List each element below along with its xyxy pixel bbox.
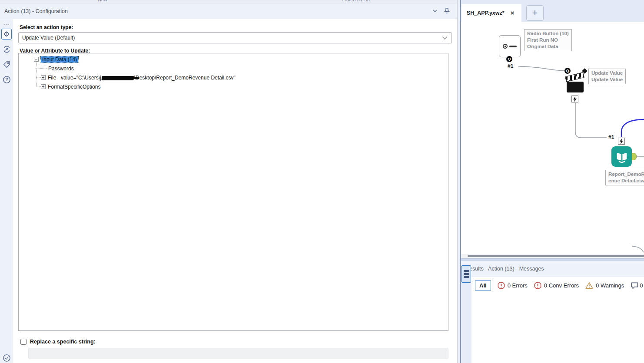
configuration-panel-header: Action (13) - Configuration [0, 3, 457, 19]
radio-circle-icon [503, 44, 508, 49]
results-panel-title: Results - Action (13) - Messages [465, 261, 544, 277]
tag-icon [3, 60, 11, 69]
action-type-dropdown[interactable]: Update Value (Default) [18, 32, 452, 43]
tree-item-label[interactable]: FormatSpecificOptions [48, 84, 100, 90]
message-bubble-icon [631, 282, 639, 289]
tree-item-label[interactable]: Passwords [48, 66, 74, 72]
action-type-label: Select an action type: [20, 24, 73, 30]
action-tool-annotation[interactable]: Update Value Update Value [588, 69, 626, 84]
scrollbar-thumb[interactable] [468, 255, 644, 257]
check-circle-icon [3, 354, 11, 362]
expand-icon[interactable]: + [41, 75, 46, 80]
circular-arrow-icon [3, 45, 11, 53]
error-octagon-icon [498, 282, 505, 289]
tab-title: SH_APP.yxwz* [467, 10, 505, 16]
clapperboard-base-icon [567, 82, 584, 92]
results-panel: Results - Action (13) - Messages ····· A… [461, 261, 644, 363]
wire-action-output [575, 103, 607, 138]
annotation-line: Original Data [527, 43, 569, 50]
radio-button-tool[interactable] [499, 35, 521, 57]
open-book-icon [614, 149, 629, 164]
configuration-panel-body: Select an action type: Update Value (Def… [13, 19, 457, 363]
tree-row-passwords[interactable]: Passwords [48, 65, 74, 72]
output-anchor-icon[interactable] [632, 153, 637, 160]
filter-warnings-button[interactable]: 0 Warnings [585, 282, 624, 289]
tree-row-file-value[interactable]: + File - value="C:\Users\j\Desktop\Repor… [41, 74, 236, 81]
list-icon [464, 270, 469, 272]
toolbar-fragment-new: New [98, 0, 107, 2]
annotation-line: Update Value [591, 76, 623, 83]
close-icon[interactable]: × [511, 10, 515, 16]
list-icon [464, 276, 469, 278]
tree-item-label[interactable]: File - value="C:\Users\j [48, 75, 101, 81]
tree-item-label-selected[interactable]: Input Data (14) [41, 56, 78, 63]
workflow-canvas[interactable]: Q #1 Radio Button (10) First Run NO Orig… [461, 22, 644, 254]
alteryx-designer-window: New Protected Lin Action (13) - Configur… [0, 0, 644, 363]
tree-connector-line [37, 68, 47, 69]
filter-label: 0 Conv Errors [544, 282, 579, 289]
expand-icon[interactable]: + [41, 84, 46, 89]
new-tab-button[interactable]: + [526, 5, 544, 21]
replace-string-label: Replace a specific string: [30, 339, 96, 345]
wire-radio-to-action [518, 66, 565, 71]
annotation-line: enue Detail.csv [608, 178, 644, 184]
wire-bottom-corner [632, 246, 644, 252]
tree-item-label[interactable]: \Desktop\Report_DemoRevenue Detail.csv" [134, 75, 236, 81]
tree-row-input-data[interactable]: − Input Data (14) [34, 56, 78, 63]
results-filter-toolbar: All 0 Errors 0 Conv Errors 0 Warnings 0 [475, 280, 643, 290]
wire-label: #1 [608, 134, 614, 140]
tree-connector-line [37, 77, 41, 78]
replace-string-input[interactable] [28, 348, 448, 359]
tree-connector-line [37, 86, 41, 87]
filter-errors-button[interactable]: 0 Errors [498, 282, 528, 289]
radio-tool-annotation[interactable]: Radio Button (10) First Run NO Original … [524, 29, 572, 51]
annotation-line: Report_DemoRev [608, 171, 644, 178]
collapse-icon[interactable]: − [34, 57, 39, 62]
configuration-panel-title: Action (13) - Configuration [4, 3, 68, 19]
replace-string-checkbox[interactable] [20, 339, 27, 345]
action-type-selected-value: Update Value (Default) [22, 33, 75, 43]
configuration-icon-rail: ··· ⚙ ? [0, 19, 13, 363]
radio-dash-icon [509, 46, 517, 47]
gear-icon: ⚙ [3, 31, 10, 38]
question-icon: ? [3, 76, 11, 84]
tree-row-format-options[interactable]: + FormatSpecificOptions [41, 83, 100, 90]
messages-view-button[interactable] [461, 265, 471, 283]
chevron-down-icon [442, 36, 448, 40]
filter-label: 0 Errors [508, 282, 528, 289]
filter-all-button[interactable]: All [475, 280, 491, 290]
question-anchor-icon[interactable]: Q [506, 56, 512, 62]
input-data-tool[interactable] [611, 146, 632, 167]
help-tab-button[interactable]: ? [1, 74, 12, 85]
results-side-strip: ····· [461, 277, 471, 363]
chevron-down-icon[interactable] [432, 8, 438, 15]
redaction-mark [101, 76, 134, 80]
annotation-tab-button[interactable] [1, 59, 12, 70]
filter-conv-errors-button[interactable]: 0 Conv Errors [534, 282, 579, 289]
lightning-anchor-icon[interactable] [618, 138, 625, 145]
pin-icon[interactable] [444, 8, 450, 16]
annotation-line: First Run NO [527, 37, 569, 43]
filter-label: 0 [640, 282, 643, 289]
replace-string-row: Replace a specific string: [20, 339, 96, 345]
workflow-tab-button[interactable] [1, 44, 12, 55]
toolbar-fragment-protected: Protected Lin [342, 0, 370, 2]
annotation-line: Radio Button (10) [527, 30, 569, 37]
input-tool-annotation[interactable]: Report_DemoRev enue Detail.csv [605, 170, 644, 185]
svg-text:?: ? [5, 77, 8, 82]
question-anchor-icon[interactable]: Q [564, 68, 571, 74]
document-tab-bar: SH_APP.yxwz* × + [461, 0, 644, 22]
list-icon [464, 273, 469, 275]
action-tool[interactable] [565, 73, 585, 93]
configuration-tab-button[interactable]: ⚙ [1, 29, 12, 40]
rail-overflow-icon[interactable]: ··· [0, 22, 13, 27]
tab-sh-app[interactable]: SH_APP.yxwz* × [461, 4, 521, 22]
canvas-horizontal-scrollbar[interactable] [461, 254, 644, 258]
warning-triangle-icon [585, 282, 593, 289]
filter-label: 0 Warnings [596, 282, 624, 289]
wire-label: #1 [508, 63, 513, 69]
filter-messages-button[interactable]: 0 [631, 282, 643, 289]
lightning-anchor-icon[interactable] [571, 96, 578, 102]
status-ok-button[interactable] [1, 353, 12, 363]
tree-connector-line [36, 61, 37, 86]
